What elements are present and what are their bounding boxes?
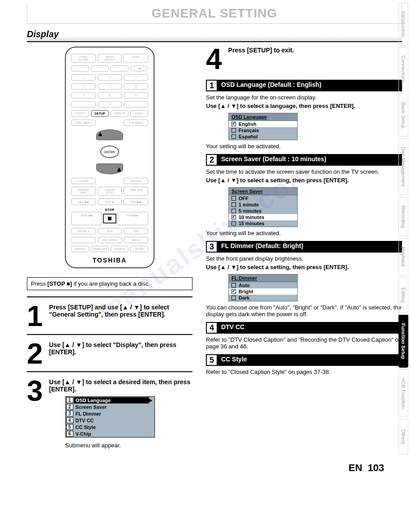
setting-header: 2 Screen Saver (Default : 10 minutes) [206, 154, 402, 166]
step-text: Press [SETUP] and use [▲ / ▼] to select … [49, 304, 193, 318]
side-tabs: Introduction Connections Basic Setup Dis… [398, 3, 408, 455]
tab-basic-setup[interactable]: Basic Setup [398, 94, 408, 137]
stop-note: Press [STOP ■] if you are playing back a… [27, 277, 193, 290]
remote-stop-label: STOP [70, 208, 149, 212]
step-number: 1 [27, 304, 43, 330]
section-label: Display [27, 27, 402, 42]
step-number: 4 [206, 47, 222, 73]
remote-enter-button: ENTER [100, 146, 119, 158]
display-menu-box: 1OSD Language▶ 2Screen Saver 3FL Dimmer … [65, 396, 155, 438]
down-arrow-button: ▼ [96, 163, 123, 174]
step-text: Press [SETUP] to exit. [228, 47, 402, 54]
setting-result: You can choose one from "Auto", "Bright"… [206, 304, 402, 317]
remote-control-diagram: OPENCLOSEINPUTSELECTHDMI I/⏻ 123 456 789… [65, 47, 154, 268]
page-title: GENERAL SETTING [27, 4, 402, 24]
remote-setup-button: SETUP [91, 110, 109, 117]
tab-function-setup[interactable]: Function Setup [398, 315, 408, 368]
remote-brand: TOSHIBA [70, 257, 149, 264]
remote-stop-button [103, 214, 116, 223]
tab-disc-management[interactable]: Disc Management [398, 138, 408, 195]
setting-desc: Set the language for the on-screen displ… [206, 94, 402, 101]
setting-instr: Use [▲ / ▼] to select a language, then p… [206, 103, 402, 109]
step-number: 3 [27, 378, 43, 404]
setting-header: 4 DTV CC [206, 322, 402, 334]
submenu-note: Submenu will appear. [65, 442, 193, 449]
tab-recording[interactable]: Recording [398, 197, 408, 236]
fl-dimmer-options: FL Dimmer Auto ✔Bright Dark [228, 274, 298, 301]
up-arrow-button: ▲ [96, 129, 123, 140]
screen-saver-options: Screen Saver OFF 1 minute 5 minutes ✔10 … [228, 187, 298, 227]
setting-result: Your setting will be activated. [206, 143, 402, 150]
setting-header: 1 OSD Language (Default : English) [206, 80, 402, 91]
remote-dpad: ▲ ENTER ▼ [83, 129, 137, 174]
setting-desc: Set the time to activate the screen save… [206, 168, 402, 175]
tab-connections[interactable]: Connections [398, 47, 408, 91]
setting-desc: Set the front panel display brightness. [206, 255, 402, 262]
setting-desc: Refer to "DTV Closed Caption" and "Recor… [206, 336, 402, 350]
setting-header: 3 FL Dimmer (Default: Bright) [206, 241, 402, 253]
tab-introduction[interactable]: Introduction [398, 3, 408, 45]
step-number: 2 [27, 341, 43, 367]
osd-language-options: OSD Language ✔English Français Español [228, 113, 298, 140]
tab-others[interactable]: Others [398, 419, 408, 455]
page-footer: EN 103 [27, 462, 402, 474]
step-text: Use [▲ / ▼] to select a desired item, th… [49, 378, 193, 449]
tab-editing[interactable]: Editing [398, 277, 408, 313]
setting-instr: Use [▲ / ▼] to select a setting, then pr… [206, 264, 402, 270]
setting-header: 5 CC Style [206, 354, 402, 366]
step-text: Use [▲ / ▼] to select "Display", then pr… [49, 341, 193, 356]
setting-desc: Refer to "Closed Caption Style" on pages… [206, 369, 402, 375]
setting-instr: Use [▲ / ▼] to select a setting, then pr… [206, 177, 402, 184]
tab-vcr-function[interactable]: VCR Function [398, 369, 408, 417]
setting-result: Your setting will be activated. [206, 230, 402, 236]
tab-playback[interactable]: Playback [398, 238, 408, 275]
